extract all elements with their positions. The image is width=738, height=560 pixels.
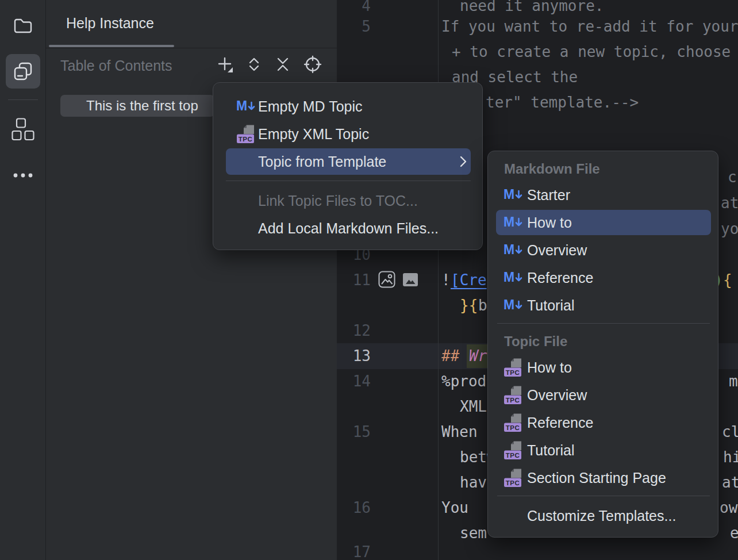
line-number-current: 13	[338, 343, 371, 369]
more-options-icon[interactable]	[11, 168, 34, 183]
submenu-item-overview-md[interactable]: M Overview	[488, 236, 718, 264]
code-link: [Cre	[451, 267, 487, 293]
menu-item-empty-xml-topic[interactable]: TPC Empty XML Topic	[213, 120, 482, 148]
submenu-item-how-to-topic[interactable]: TPC How to	[488, 354, 718, 381]
menu-item-label: Empty XML Topic	[258, 126, 369, 143]
menu-item-topic-from-template[interactable]: Topic from Template	[213, 148, 482, 175]
activity-bar	[0, 0, 46, 560]
markdown-icon: M	[503, 270, 524, 285]
tab-indicator	[49, 45, 174, 47]
menu-item-empty-md-topic[interactable]: M Empty MD Topic	[213, 93, 482, 120]
topic-file-icon: TPC	[503, 468, 524, 488]
code-heading-text: Wr	[469, 343, 487, 369]
menu-separator	[226, 181, 471, 181]
submenu-item-section-starting-page[interactable]: TPC Section Starting Page	[488, 464, 718, 492]
submenu-item-reference-md[interactable]: M Reference	[488, 264, 718, 291]
collapse-all-button[interactable]	[271, 53, 294, 76]
svg-text:M: M	[503, 187, 514, 202]
svg-text:M: M	[503, 243, 514, 257]
add-button[interactable]	[214, 53, 237, 76]
submenu-item-label: How to	[527, 359, 572, 376]
code-text: ow	[720, 495, 737, 520]
topic-file-icon: TPC	[236, 124, 256, 144]
submenu-item-label: Customize Templates...	[527, 508, 676, 524]
markdown-icon: M	[503, 243, 524, 258]
topic-file-icon: TPC	[503, 413, 524, 432]
menu-item-label: Topic from Template	[258, 154, 386, 170]
code-text: %prod	[441, 369, 486, 394]
submenu-item-how-to-md[interactable]: M How to	[488, 209, 718, 236]
markdown-icon: M	[503, 187, 524, 202]
svg-text:TPC: TPC	[506, 452, 520, 459]
code-text: + to create a new topic, choose	[452, 39, 738, 64]
line-number: 5	[338, 14, 371, 39]
line-number: 11	[338, 267, 371, 293]
line-number: 14	[338, 369, 371, 394]
code-text: !	[441, 267, 451, 293]
submenu-item-overview-topic[interactable]: TPC Overview	[488, 381, 718, 409]
submenu-item-label: Starter	[527, 187, 570, 204]
submenu-item-customize-templates[interactable]: Customize Templates...	[488, 502, 718, 530]
submenu-item-tutorial-topic[interactable]: TPC Tutorial	[488, 436, 718, 464]
submenu-section-header: Markdown File	[504, 158, 600, 180]
topic-template-submenu: Markdown File M Starter M How to M Overv…	[487, 151, 718, 538]
markdown-icon: M	[236, 99, 256, 114]
code-text: }{	[460, 293, 478, 318]
code-text: e	[730, 520, 738, 546]
submenu-separator	[497, 496, 710, 496]
submenu-item-label: How to	[527, 214, 572, 231]
submenu-item-label: Reference	[527, 270, 593, 286]
help-instances-icon[interactable]	[6, 54, 40, 89]
menu-item-label: Empty MD Topic	[258, 98, 363, 115]
submenu-item-label: Section Starting Page	[527, 470, 666, 486]
image-outline-icon[interactable]	[377, 270, 397, 289]
activity-bar-divider	[8, 99, 38, 100]
code-text: When	[441, 419, 478, 444]
code-text: You	[441, 495, 468, 520]
submenu-item-starter[interactable]: M Starter	[488, 181, 718, 209]
submenu-arrow-icon	[459, 148, 467, 175]
submenu-item-label: Tutorial	[527, 297, 574, 314]
svg-text:TPC: TPC	[506, 369, 520, 376]
code-heading-marker: ##	[441, 343, 459, 369]
structure-icon[interactable]	[11, 117, 34, 141]
code-text: sem	[460, 520, 487, 546]
topic-file-icon: TPC	[503, 440, 524, 460]
submenu-item-tutorial-md[interactable]: M Tutorial	[488, 291, 718, 319]
tab-help-instance[interactable]: Help Instance	[66, 0, 154, 47]
code-text: cl	[722, 419, 738, 444]
tool-window-header: Help Instance	[46, 0, 337, 48]
line-number: 15	[338, 419, 371, 444]
image-filled-icon[interactable]	[402, 271, 419, 288]
code-text: ter" template.-->	[486, 90, 639, 115]
code-text: {	[723, 267, 732, 293]
panel-toolbar: Table of Contents	[46, 48, 337, 83]
submenu-item-label: Overview	[527, 387, 587, 404]
submenu-item-reference-topic[interactable]: TPC Reference	[488, 409, 718, 436]
project-folder-icon[interactable]	[11, 14, 34, 37]
submenu-item-label: Tutorial	[527, 442, 574, 459]
svg-text:TPC: TPC	[506, 480, 520, 486]
svg-text:TPC: TPC	[506, 424, 520, 431]
code-text: at	[722, 470, 738, 495]
menu-item-add-local-markdown[interactable]: Add Local Markdown Files...	[213, 214, 482, 242]
code-text: m	[729, 369, 738, 394]
submenu-section-header: Topic File	[504, 331, 567, 352]
svg-text:M: M	[236, 99, 247, 113]
add-topic-context-menu: M Empty MD Topic TPC Empty XML Topic Top…	[213, 82, 483, 250]
panel-title: Table of Contents	[60, 48, 172, 83]
topic-file-icon: TPC	[503, 385, 524, 405]
markdown-icon: M	[503, 215, 524, 230]
code-text: yo	[721, 216, 738, 241]
code-text: c	[728, 164, 737, 190]
menu-item-label: Add Local Markdown Files...	[258, 220, 439, 237]
line-number: 17	[338, 539, 371, 560]
menu-item-link-topic-files[interactable]: Link Topic Files to TOC...	[213, 187, 482, 214]
locate-file-button[interactable]	[301, 53, 324, 76]
svg-text:TPC: TPC	[506, 397, 520, 404]
toc-item[interactable]: This is the first top	[60, 95, 214, 117]
submenu-item-label: Reference	[527, 415, 593, 431]
svg-text:M: M	[503, 270, 514, 285]
expand-all-button[interactable]	[243, 53, 266, 76]
line-number: 16	[338, 495, 371, 520]
